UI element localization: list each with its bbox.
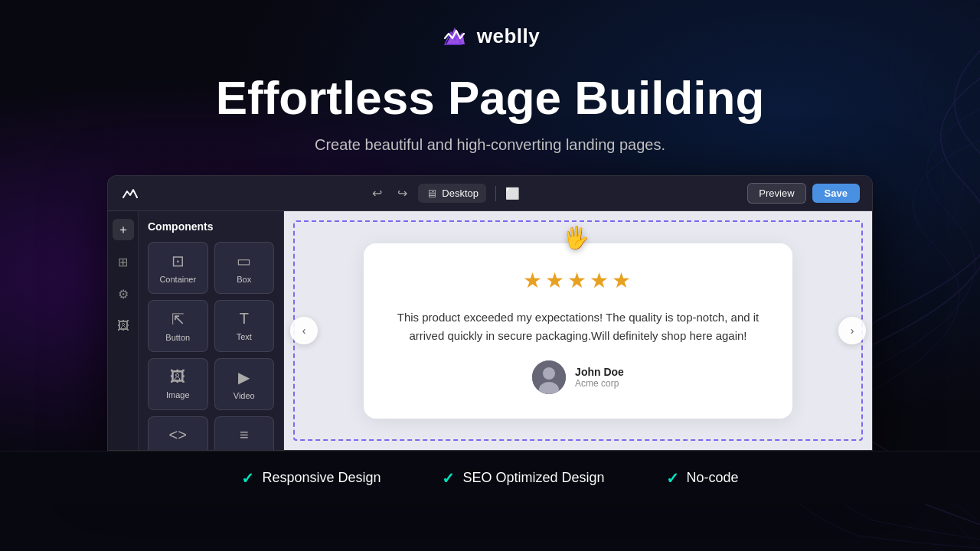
reviewer-info: John Doe Acme corp [394, 360, 762, 394]
hero-subtitle: Create beautiful and high-converting lan… [315, 136, 665, 154]
component-button[interactable]: ⇱ Button [148, 300, 208, 352]
toolbar: ↩ ↪ 🖥 Desktop ⬜ Preview Save [108, 176, 872, 211]
feature-seo: ✓ SEO Optimized Design [442, 469, 604, 487]
feature-nocode-label: No-code [687, 470, 739, 486]
add-icon-btn[interactable]: ＋ [113, 219, 134, 240]
check-icon-responsive: ✓ [241, 469, 254, 487]
component-button-label: Button [165, 333, 190, 342]
component-box-label: Box [237, 275, 251, 284]
redo-button[interactable]: ↪ [393, 183, 412, 204]
feature-responsive: ✓ Responsive Design [241, 469, 381, 487]
check-icon-seo: ✓ [442, 469, 455, 487]
testimonial-next-button[interactable]: › [838, 317, 866, 344]
reviewer-avatar [532, 360, 566, 394]
canvas-content: 🖐 ★★★★★ This product exceeded my expecta… [284, 211, 872, 450]
component-image[interactable]: 🖼 Image [148, 358, 208, 410]
image-icon: 🖼 [170, 368, 185, 386]
feature-responsive-label: Responsive Design [262, 470, 381, 486]
testimonial-text: This product exceeded my expectations! T… [394, 308, 762, 345]
component-video[interactable]: ▶ Video [214, 358, 275, 410]
feature-nocode: ✓ No-code [666, 469, 739, 487]
device-selector[interactable]: 🖥 Desktop [418, 184, 486, 203]
component-image-label: Image [166, 390, 190, 399]
component-html-label: Html [169, 448, 187, 450]
divider [495, 186, 496, 201]
canvas-inner: 🖐 ★★★★★ This product exceeded my expecta… [284, 211, 872, 450]
panel-title: Components [148, 220, 274, 233]
main-content: weblly Effortless Page Building Create b… [0, 0, 980, 551]
preview-button[interactable]: Preview [747, 183, 805, 204]
cursor-hand-icon: 🖐 [563, 225, 590, 250]
component-container-label: Container [159, 275, 196, 284]
toolbar-right: Preview Save [747, 183, 860, 204]
reviewer-details: John Doe Acme corp [575, 366, 624, 389]
media-icon-btn[interactable]: 🖼 [113, 315, 134, 337]
check-icon-nocode: ✓ [666, 469, 679, 487]
undo-button[interactable]: ↩ [368, 183, 387, 204]
save-button[interactable]: Save [812, 184, 860, 203]
component-list-label: List [237, 448, 250, 450]
settings-icon-btn[interactable]: ⚙ [113, 283, 134, 305]
component-box[interactable]: ▭ Box [214, 242, 275, 294]
testimonial-card: ★★★★★ This product exceeded my expectati… [364, 243, 792, 419]
canvas-area[interactable]: 🖐 ★★★★★ This product exceeded my expecta… [284, 211, 872, 450]
svg-point-3 [543, 367, 555, 380]
container-icon: ⊡ [172, 252, 185, 270]
components-grid: ⊡ Container ▭ Box ⇱ Button T Text [148, 242, 274, 450]
component-text[interactable]: T Text [214, 300, 275, 352]
reviewer-company: Acme corp [575, 378, 624, 389]
text-icon: T [240, 310, 249, 328]
video-icon: ▶ [238, 368, 250, 386]
logo-text: weblly [477, 24, 540, 48]
desktop-icon: 🖥 [426, 187, 437, 200]
testimonial-prev-button[interactable]: ‹ [290, 317, 318, 344]
components-panel: Components ⊡ Container ▭ Box ⇱ Button [139, 211, 284, 450]
device-label: Desktop [442, 187, 479, 199]
list-icon: ≡ [240, 426, 249, 444]
feature-seo-label: SEO Optimized Design [462, 470, 604, 486]
component-container[interactable]: ⊡ Container [148, 242, 208, 294]
component-text-label: Text [237, 332, 252, 341]
weblly-logo-icon [440, 21, 469, 51]
logo-bar: weblly [440, 21, 540, 51]
toolbar-center: ↩ ↪ 🖥 Desktop ⬜ [368, 183, 520, 204]
sidebar-icons: ＋ ⊞ ⚙ 🖼 [108, 211, 139, 450]
button-icon: ⇱ [172, 310, 185, 328]
component-list[interactable]: ≡ List [214, 416, 275, 450]
component-html[interactable]: <> Html [148, 416, 208, 450]
reviewer-name: John Doe [575, 366, 624, 378]
features-bar: ✓ Responsive Design ✓ SEO Optimized Desi… [0, 451, 980, 504]
rating-stars: ★★★★★ [394, 268, 762, 293]
layers-icon-btn[interactable]: ⊞ [113, 251, 134, 272]
tablet-icon: ⬜ [505, 187, 520, 201]
hero-title: Effortless Page Building [216, 72, 765, 124]
builder-window: ↩ ↪ 🖥 Desktop ⬜ Preview Save ＋ ⊞ ⚙ [107, 175, 873, 451]
builder-main: ＋ ⊞ ⚙ 🖼 Components ⊡ Container ▭ Box [108, 211, 872, 450]
box-icon: ▭ [237, 252, 251, 270]
component-video-label: Video [234, 391, 255, 400]
html-icon: <> [169, 426, 187, 444]
toolbar-logo-icon [120, 184, 140, 204]
